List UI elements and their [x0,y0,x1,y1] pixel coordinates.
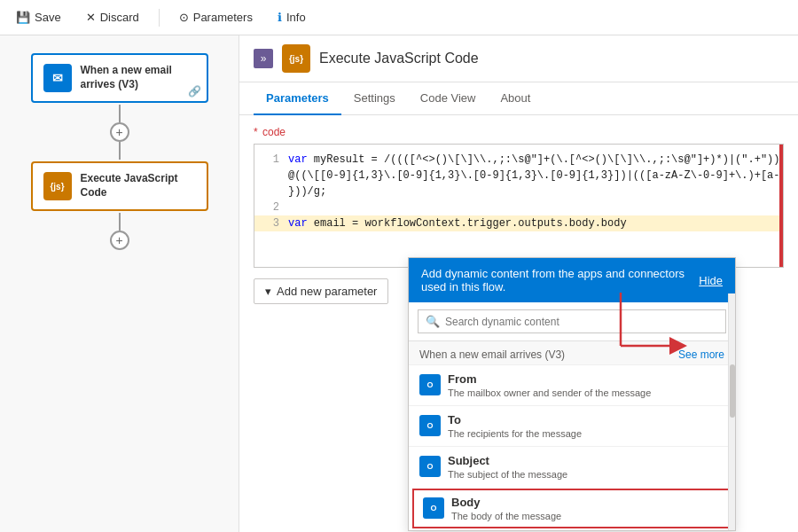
save-icon: 💾 [16,11,30,24]
action-label: Execute JavaScript Code [81,172,196,200]
connector-top: + [110,105,129,160]
popup-search-box: 🔍 [418,309,726,333]
add-parameter-button[interactable]: ▾ Add new parameter [254,278,388,304]
body-item-title: Body [451,496,721,509]
code-editor[interactable]: 1 var myResult = /((([^<>()\[\]\\.,;:\s@… [254,144,784,268]
body-item-icon: O [423,497,444,519]
tab-code-view[interactable]: Code View [408,82,489,115]
info-icon: ℹ [278,11,282,24]
body-item-content: Body The body of the message [451,496,721,521]
info-label: Info [286,11,306,24]
code-text-1: var myResult = /((([^<>()\[\]\\.,;:\s@"]… [288,152,780,168]
to-item-content: To The recipients for the message [448,413,724,439]
save-label: Save [35,11,61,24]
action-header-icon: {js} [282,44,310,73]
link-icon: 🔗 [188,85,201,98]
scrollbar-thumb[interactable] [730,364,735,418]
code-label: * code [254,126,784,138]
parameters-label: Parameters [193,11,253,24]
add-step-circle-top[interactable]: + [110,122,129,142]
code-line-2: 2 [254,200,783,215]
tab-parameters[interactable]: Parameters [254,82,341,115]
code-text-1b: @((\[[0-9]{1,3}\.[0-9]{1,3}\.[0-9]{1,3}\… [288,168,784,184]
from-item-content: From The mailbox owner and sender of the… [448,372,724,398]
to-item-title: To [448,413,724,426]
connector-line-top [119,105,121,122]
popup-section-header: When a new email arrives (V3) See more [409,341,735,364]
add-param-icon: ▾ [265,285,271,298]
toolbar: 💾 Save ✕ Discard ⊙ Parameters ℹ Info [0,0,798,35]
popup-scrollbar[interactable] [728,293,735,530]
see-more-link[interactable]: See more [678,348,724,361]
parameters-button[interactable]: ⊙ Parameters [174,7,258,27]
discard-button[interactable]: ✕ Discard [81,7,145,27]
trigger-label: When a new email arrives (V3) [81,64,196,91]
discard-icon: ✕ [86,11,96,24]
section-title: When a new email arrives (V3) [419,348,565,361]
body-item-desc: The body of the message [451,511,721,521]
trigger-icon: ✉ [43,64,72,92]
line-num-1c [262,184,279,200]
action-node[interactable]: {js} Execute JavaScript Code [31,161,208,211]
popup-hide-button[interactable]: Hide [699,274,723,287]
expand-button[interactable]: » [254,49,273,68]
popup-header: Add dynamic content from the apps and co… [409,258,735,302]
search-input[interactable] [445,316,718,328]
connector-bottom: + [110,213,129,250]
line-num-1b [262,168,279,184]
connector-line-bottom [119,213,121,231]
from-item-icon: O [419,374,441,395]
discard-label: Discard [100,11,139,24]
save-button[interactable]: 💾 Save [11,7,66,27]
to-item-icon: O [419,415,441,436]
tabs-bar: Parameters Settings Code View About [239,82,798,115]
dynamic-item-subject[interactable]: O Subject The subject of the message [409,446,735,487]
line-num-3: 3 [262,215,279,231]
left-panel: ✉ When a new email arrives (V3) 🔗 + {js}… [0,35,239,532]
required-star: * [254,126,258,138]
info-button[interactable]: ℹ Info [272,7,311,27]
right-panel: » {js} Execute JavaScript Code Parameter… [239,35,798,532]
popup-header-text: Add dynamic content from the apps and co… [421,267,699,293]
subject-item-content: Subject The subject of the message [448,454,724,480]
popup-scroll: O From The mailbox owner and sender of t… [409,364,735,530]
tab-about[interactable]: About [488,82,543,115]
subject-item-title: Subject [448,454,724,467]
action-title: Execute JavaScript Code [319,51,479,66]
action-header: » {js} Execute JavaScript Code [239,35,798,82]
connector-line-mid [119,142,121,160]
to-item-desc: The recipients for the message [448,428,724,439]
parameters-icon: ⊙ [179,11,189,24]
trigger-node[interactable]: ✉ When a new email arrives (V3) 🔗 [31,53,208,103]
dynamic-item-from[interactable]: O From The mailbox owner and sender of t… [409,364,735,405]
subject-item-desc: The subject of the message [448,469,724,480]
action-icon: {js} [43,172,72,200]
add-param-label: Add new parameter [277,285,377,298]
code-text-1c: }))/g; [288,184,326,200]
from-item-desc: The mailbox owner and sender of the mess… [448,387,724,398]
toolbar-divider [159,9,160,27]
dynamic-item-to[interactable]: O To The recipients for the message [409,405,735,446]
search-icon: 🔍 [426,315,440,328]
tab-settings[interactable]: Settings [341,82,408,115]
add-step-circle-bottom[interactable]: + [110,231,129,250]
line-num-2: 2 [262,200,279,215]
code-line-1b: @((\[[0-9]{1,3}\.[0-9]{1,3}\.[0-9]{1,3}\… [254,168,783,184]
dynamic-content-popup: Add dynamic content from the apps and co… [408,257,736,531]
dynamic-item-body[interactable]: O Body The body of the message [412,489,732,528]
code-line-1: 1 var myResult = /((([^<>()\[\]\\.,;:\s@… [254,152,783,168]
line-num-1: 1 [262,152,279,168]
code-line-3: 3 var email = workflowContext.trigger.ou… [254,215,783,231]
code-text-3: var email = workflowContext.trigger.outp… [288,215,627,231]
subject-item-icon: O [419,456,441,477]
content-area: * code 1 var myResult = /((([^<>()\[\]\\… [239,115,798,532]
from-item-title: From [448,372,724,386]
code-line-1c: }))/g; [254,184,783,200]
popup-search-area: 🔍 [409,302,735,341]
main-container: ✉ When a new email arrives (V3) 🔗 + {js}… [0,35,798,532]
